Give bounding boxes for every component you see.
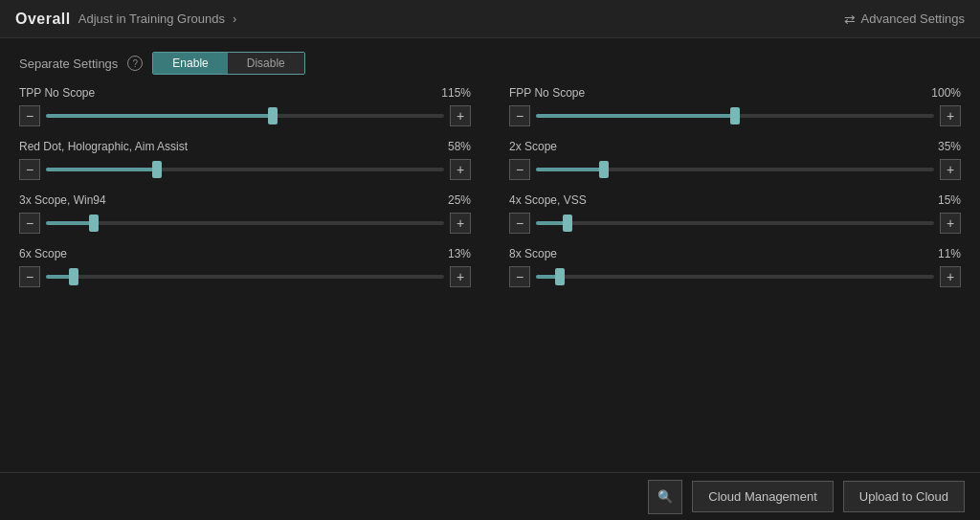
slider-minus-right-2[interactable]: − (509, 213, 530, 234)
slider-value-right-0: 100% (931, 86, 961, 100)
advanced-settings-button[interactable]: ⇄ Advanced Settings (844, 11, 965, 27)
cloud-management-button[interactable]: Cloud Management (692, 481, 833, 512)
slider-minus-left-2[interactable]: − (19, 213, 40, 234)
slider-track-right-2[interactable] (536, 213, 934, 234)
disable-button[interactable]: Disable (228, 53, 304, 74)
slider-row-left-1: Red Dot, Holographic, Aim Assist58%−+ (19, 140, 471, 180)
slider-minus-left-3[interactable]: − (19, 266, 40, 287)
slider-track-left-3[interactable] (46, 266, 444, 287)
slider-thumb-right-0[interactable] (730, 107, 740, 124)
slider-row-right-3: 8x Scope11%−+ (509, 247, 961, 287)
slider-value-right-3: 11% (938, 247, 961, 260)
training-grounds-link[interactable]: Adjust in Training Grounds (78, 11, 225, 26)
slider-thumb-left-2[interactable] (89, 215, 99, 232)
slider-track-left-0[interactable] (46, 105, 444, 126)
sliders-grid: TPP No Scope115%−+FPP No Scope100%−+Red … (19, 86, 961, 301)
advanced-settings-label: Advanced Settings (861, 11, 965, 26)
slider-row-right-1: 2x Scope35%−+ (509, 140, 961, 180)
slider-label-left-1: Red Dot, Holographic, Aim Assist (19, 140, 188, 153)
slider-value-right-1: 35% (938, 140, 961, 153)
slider-minus-left-1[interactable]: − (19, 159, 40, 180)
slider-track-right-0[interactable] (536, 105, 934, 126)
upload-to-cloud-button[interactable]: Upload to Cloud (843, 481, 965, 512)
separate-settings-label: Separate Settings (19, 57, 118, 71)
slider-track-left-1[interactable] (46, 159, 444, 180)
slider-thumb-right-1[interactable] (599, 161, 609, 178)
slider-value-left-3: 13% (448, 247, 471, 260)
slider-label-right-1: 2x Scope (509, 140, 557, 153)
slider-label-right-3: 8x Scope (509, 247, 557, 260)
slider-label-right-0: FPP No Scope (509, 86, 585, 100)
slider-row-right-0: FPP No Scope100%−+ (509, 86, 961, 126)
slider-row-left-0: TPP No Scope115%−+ (19, 86, 471, 126)
slider-thumb-left-0[interactable] (268, 107, 278, 124)
slider-plus-left-3[interactable]: + (450, 266, 471, 287)
help-icon[interactable]: ? (127, 56, 143, 71)
header: Overall Adjust in Training Grounds › ⇄ A… (0, 0, 980, 38)
slider-label-left-0: TPP No Scope (19, 86, 95, 100)
slider-thumb-right-3[interactable] (555, 268, 565, 285)
slider-thumb-left-1[interactable] (152, 161, 162, 178)
slider-track-right-1[interactable] (536, 159, 934, 180)
slider-label-right-2: 4x Scope, VSS (509, 193, 587, 207)
slider-track-left-2[interactable] (46, 213, 444, 234)
app-container: Overall Adjust in Training Grounds › ⇄ A… (0, 0, 980, 520)
footer: 🔍 Cloud Management Upload to Cloud (0, 472, 980, 520)
advanced-settings-icon: ⇄ (844, 11, 856, 27)
slider-label-left-2: 3x Scope, Win94 (19, 193, 106, 207)
slider-thumb-right-2[interactable] (563, 215, 572, 232)
slider-minus-right-0[interactable]: − (509, 105, 530, 126)
slider-minus-right-3[interactable]: − (509, 266, 530, 287)
slider-plus-right-2[interactable]: + (940, 213, 961, 234)
slider-plus-left-1[interactable]: + (450, 159, 471, 180)
slider-value-left-1: 58% (448, 140, 471, 153)
slider-track-right-3[interactable] (536, 266, 934, 287)
header-left: Overall Adjust in Training Grounds › (15, 11, 236, 28)
slider-plus-right-1[interactable]: + (940, 159, 961, 180)
chevron-right-icon: › (233, 11, 236, 26)
page-title: Overall (15, 11, 71, 28)
slider-plus-left-2[interactable]: + (450, 213, 471, 234)
slider-row-left-2: 3x Scope, Win9425%−+ (19, 193, 471, 234)
slider-value-left-2: 25% (448, 193, 471, 207)
slider-row-left-3: 6x Scope13%−+ (19, 247, 471, 287)
search-icon: 🔍 (657, 489, 673, 504)
slider-minus-right-1[interactable]: − (509, 159, 530, 180)
separate-settings-row: Separate Settings ? Enable Disable (19, 52, 961, 75)
slider-row-right-2: 4x Scope, VSS15%−+ (509, 193, 961, 234)
slider-plus-right-0[interactable]: + (940, 105, 961, 126)
slider-value-right-2: 15% (938, 193, 961, 207)
enable-button[interactable]: Enable (153, 53, 227, 74)
search-button[interactable]: 🔍 (648, 480, 682, 514)
slider-minus-left-0[interactable]: − (19, 105, 40, 126)
toggle-group: Enable Disable (152, 52, 304, 75)
slider-thumb-left-3[interactable] (69, 268, 78, 285)
slider-plus-left-0[interactable]: + (450, 105, 471, 126)
slider-label-left-3: 6x Scope (19, 247, 67, 260)
slider-value-left-0: 115% (441, 86, 471, 100)
slider-plus-right-3[interactable]: + (940, 266, 961, 287)
main-content: Separate Settings ? Enable Disable TPP N… (0, 38, 980, 314)
